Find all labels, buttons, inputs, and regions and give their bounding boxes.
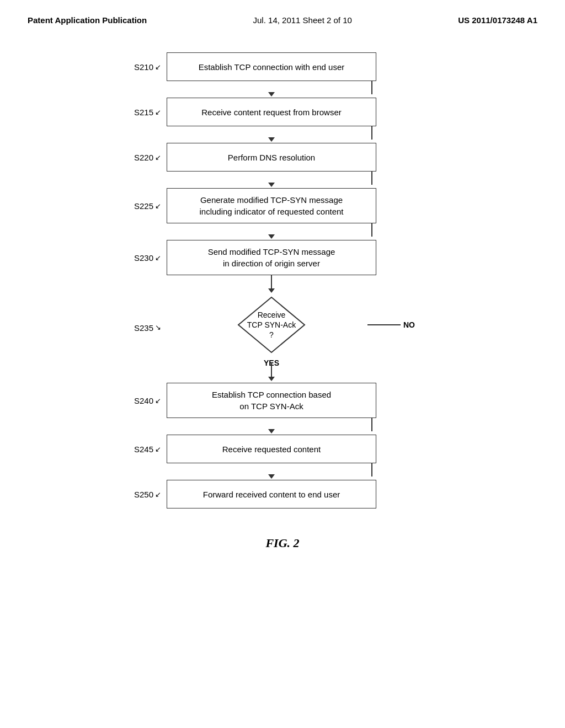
step-box-s250: Forward received content to end user xyxy=(167,480,376,508)
step-row-s250: S250 ↙ Forward received content to end u… xyxy=(117,480,448,508)
connector-8 xyxy=(117,463,448,480)
connector-2 xyxy=(117,126,448,143)
step-label-s220: S220 ↙ xyxy=(117,153,167,162)
diamond-s235: Receive TCP SYN-Ack ? xyxy=(236,295,307,355)
step-label-s245: S245 ↙ xyxy=(117,445,167,454)
connector-line-1 xyxy=(371,81,372,94)
step-row-s245: S245 ↙ Receive requested content xyxy=(117,435,448,463)
step-label-s210: S210 ↙ xyxy=(117,62,167,72)
connector-arrow-4 xyxy=(268,234,275,239)
connector-arrow-6 xyxy=(268,377,275,381)
connector-arrow-8 xyxy=(268,474,275,479)
diamond-label-s235: S235 ↘ xyxy=(117,318,167,333)
step-label-s230: S230 ↙ xyxy=(117,253,167,263)
step-box-s215: Receive content request from browser xyxy=(167,98,376,126)
connector-line-3 xyxy=(371,172,372,185)
step-row-s230: S230 ↙ Send modified TCP-SYN message in … xyxy=(117,240,448,275)
connector-arrow-3 xyxy=(268,183,275,187)
step-label-s225: S225 ↙ xyxy=(117,201,167,211)
step-row-s220: S220 ↙ Perform DNS resolution xyxy=(117,143,448,172)
step-row-s225: S225 ↙ Generate modified TCP-SYN message… xyxy=(117,188,448,223)
connector-7 xyxy=(117,418,448,435)
step-label-s215: S215 ↙ xyxy=(117,108,167,117)
step-label-s240: S240 ↙ xyxy=(117,396,167,405)
no-line xyxy=(367,324,401,325)
step-box-s245: Receive requested content xyxy=(167,435,376,463)
flowchart: S210 ↙ Establish TCP connection with end… xyxy=(0,30,565,550)
header: Patent Application Publication Jul. 14, … xyxy=(0,0,565,30)
header-patent-number: US 2011/0173248 A1 xyxy=(458,15,537,25)
connector-line-4 xyxy=(371,223,372,237)
step-row-s210: S210 ↙ Establish TCP connection with end… xyxy=(117,52,448,81)
header-date-sheet: Jul. 14, 2011 Sheet 2 of 10 xyxy=(253,15,352,25)
header-publication: Patent Application Publication xyxy=(28,15,147,25)
no-branch: NO xyxy=(367,320,415,329)
connector-arrow-2 xyxy=(268,137,275,142)
connector-line-2 xyxy=(371,126,372,140)
connector-1 xyxy=(117,81,448,98)
page: Patent Application Publication Jul. 14, … xyxy=(0,0,565,728)
connector-line-7 xyxy=(371,418,372,431)
step-box-s240: Establish TCP connection based on TCP SY… xyxy=(167,383,376,418)
step-box-s210: Establish TCP connection with end user xyxy=(167,52,376,81)
decision-row-s235: S235 ↘ Receive TCP SYN-Ack ? xyxy=(117,295,448,355)
connector-line-8 xyxy=(371,463,372,477)
figure-caption: FIG. 2 xyxy=(265,536,299,550)
connector-3 xyxy=(117,172,448,188)
diamond-wrapper-s235: Receive TCP SYN-Ack ? NO YES xyxy=(167,295,376,355)
step-box-s225: Generate modified TCP-SYN message includ… xyxy=(167,188,376,223)
connector-arrow-1 xyxy=(268,92,275,97)
connector-arrow-7 xyxy=(268,429,275,433)
step-row-s215: S215 ↙ Receive content request from brow… xyxy=(117,98,448,126)
connector-arrow-5 xyxy=(268,288,275,293)
diamond-text-s235: Receive TCP SYN-Ack ? xyxy=(247,310,296,340)
step-row-s240: S240 ↙ Establish TCP connection based on… xyxy=(117,383,448,418)
step-box-s230: Send modified TCP-SYN message in directi… xyxy=(167,240,376,275)
connector-5 xyxy=(117,275,448,295)
step-label-s250: S250 ↙ xyxy=(117,490,167,499)
step-box-s220: Perform DNS resolution xyxy=(167,143,376,172)
connector-6 xyxy=(117,363,448,383)
connector-4 xyxy=(117,223,448,240)
